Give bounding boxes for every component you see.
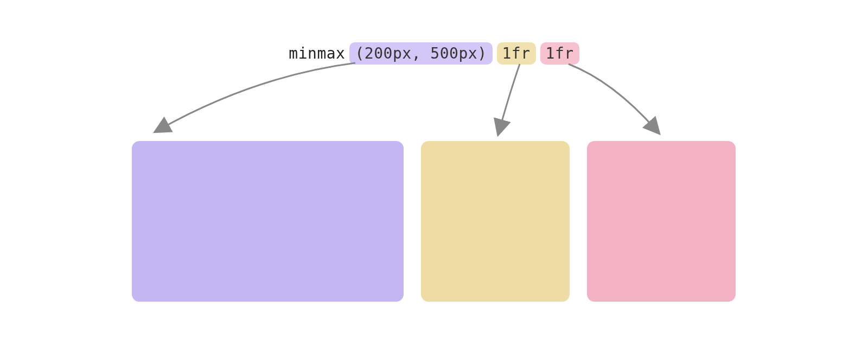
code-function-name: minmax (289, 44, 345, 62)
code-token-1fr-first: 1fr (497, 42, 536, 65)
code-token-minmax-args: (200px, 500px) (349, 42, 492, 65)
column-minmax-box (132, 141, 404, 302)
code-token-1fr-second: 1fr (540, 42, 579, 65)
grid-columns-visual (132, 141, 736, 302)
arrow-pink (569, 64, 655, 129)
column-1fr-first-box (421, 141, 570, 302)
arrow-purple (160, 63, 355, 129)
column-1fr-second-box (587, 141, 736, 302)
arrow-yellow (500, 64, 520, 129)
grid-template-code: minmax(200px, 500px) 1fr 1fr (0, 42, 868, 65)
